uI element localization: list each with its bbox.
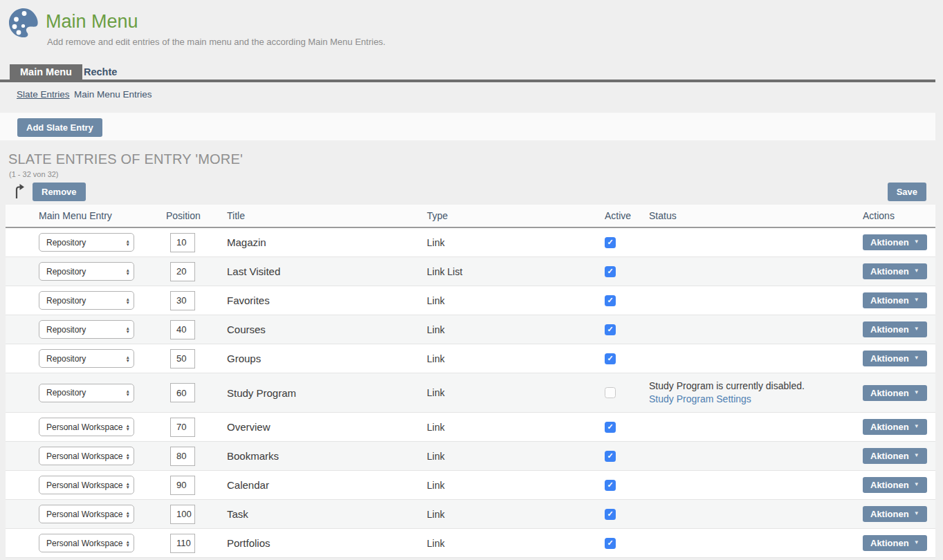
table-row: Personal Workspace▲▼PortfoliosLink✓Aktio… <box>6 529 935 558</box>
add-slate-entry-button[interactable]: Add Slate Entry <box>17 118 102 137</box>
position-input[interactable] <box>170 383 195 402</box>
row-title: Favorites <box>227 295 270 306</box>
active-checkbox[interactable] <box>605 387 616 398</box>
row-type: Link <box>427 509 445 520</box>
select-stepper-icon: ▲▼ <box>126 239 130 246</box>
result-count: (1 - 32 von 32) <box>9 170 59 178</box>
row-type: Link <box>427 387 445 398</box>
main-menu-entry-select[interactable]: Personal Workspace▲▼ <box>39 418 134 436</box>
row-type: Link <box>427 451 445 462</box>
select-stepper-icon: ▲▼ <box>126 355 130 362</box>
main-menu-entry-select[interactable]: Repository▲▼ <box>39 233 134 252</box>
position-input[interactable] <box>170 291 195 310</box>
table-header-row: Main Menu Entry Position Title Type Acti… <box>6 205 935 228</box>
section-title: SLATE ENTRIES OF ENTRY 'MORE' <box>8 151 243 167</box>
position-input[interactable] <box>170 505 195 524</box>
table-row: Repository▲▼Last VisitedLink List✓Aktion… <box>6 257 935 286</box>
active-checkbox[interactable]: ✓ <box>605 538 616 549</box>
select-value: Personal Workspace <box>46 422 123 432</box>
select-value: Repository <box>46 296 86 306</box>
remove-button[interactable]: Remove <box>33 183 86 201</box>
select-value: Personal Workspace <box>46 480 123 490</box>
main-menu-entry-select[interactable]: Personal Workspace▲▼ <box>39 534 134 552</box>
main-menu-entry-select[interactable]: Personal Workspace▲▼ <box>39 447 134 465</box>
status-text: Study Program is currently disabled. <box>649 380 859 393</box>
row-actions-button[interactable]: Aktionen▼ <box>863 351 927 366</box>
active-checkbox[interactable]: ✓ <box>605 480 616 491</box>
caret-down-icon: ▼ <box>914 452 919 458</box>
active-checkbox[interactable]: ✓ <box>605 451 616 462</box>
caret-down-icon: ▼ <box>914 326 919 332</box>
position-input[interactable] <box>170 476 195 495</box>
table-row: Repository▲▼CoursesLink✓Aktionen▼ <box>6 315 935 344</box>
row-actions-button[interactable]: Aktionen▼ <box>863 263 927 279</box>
subtab-main-menu-entries[interactable]: Main Menu Entries <box>74 89 152 100</box>
caret-down-icon: ▼ <box>914 355 919 361</box>
main-menu-entry-select[interactable]: Repository▲▼ <box>39 349 134 368</box>
active-checkbox[interactable]: ✓ <box>605 295 616 306</box>
active-checkbox[interactable]: ✓ <box>605 266 616 277</box>
header-main-menu-entry: Main Menu Entry <box>37 210 164 221</box>
row-title: Overview <box>227 421 271 433</box>
palette-icon <box>7 6 40 39</box>
tab-rechte[interactable]: Rechte <box>82 64 118 80</box>
row-actions-button[interactable]: Aktionen▼ <box>863 234 927 250</box>
table-row: Repository▲▼GroupsLink✓Aktionen▼ <box>6 344 935 373</box>
row-actions-button[interactable]: Aktionen▼ <box>863 535 927 551</box>
row-actions-button[interactable]: Aktionen▼ <box>863 419 927 435</box>
row-type: Link <box>427 295 445 306</box>
active-checkbox[interactable]: ✓ <box>605 353 616 364</box>
row-actions-button[interactable]: Aktionen▼ <box>863 385 927 401</box>
save-button[interactable]: Save <box>888 183 926 201</box>
select-value: Repository <box>46 354 86 364</box>
active-checkbox[interactable]: ✓ <box>605 324 616 335</box>
select-stepper-icon: ▲▼ <box>126 389 130 396</box>
main-menu-entry-select[interactable]: Repository▲▼ <box>39 384 134 402</box>
header-status: Status <box>647 209 861 223</box>
position-input[interactable] <box>170 447 195 466</box>
apply-to-selection-arrow-icon <box>15 183 25 199</box>
row-type: Link <box>427 353 445 364</box>
select-value: Repository <box>46 238 86 248</box>
header-title: Title <box>225 210 425 221</box>
select-stepper-icon: ▲▼ <box>126 511 130 518</box>
row-actions-button[interactable]: Aktionen▼ <box>863 448 927 464</box>
row-type: Link <box>427 480 445 491</box>
row-actions-button[interactable]: Aktionen▼ <box>863 477 927 493</box>
row-actions-button[interactable]: Aktionen▼ <box>863 292 927 308</box>
main-menu-entry-select[interactable]: Repository▲▼ <box>39 291 134 310</box>
tab-underline <box>0 80 935 82</box>
select-value: Repository <box>46 388 86 398</box>
select-stepper-icon: ▲▼ <box>126 482 130 489</box>
row-title: Portfolios <box>227 537 271 549</box>
header-active: Active <box>603 210 647 221</box>
position-input[interactable] <box>170 534 195 553</box>
row-actions-button[interactable]: Aktionen▼ <box>863 321 927 337</box>
slate-entries-table: Main Menu Entry Position Title Type Acti… <box>6 205 935 558</box>
row-actions-button[interactable]: Aktionen▼ <box>863 506 927 522</box>
header-type: Type <box>425 210 603 221</box>
position-input[interactable] <box>170 262 195 281</box>
row-title: Magazin <box>227 236 266 248</box>
tab-main-menu[interactable]: Main Menu <box>10 64 82 80</box>
active-checkbox[interactable]: ✓ <box>605 509 616 520</box>
select-value: Repository <box>46 325 86 335</box>
header-actions: Actions <box>861 210 935 221</box>
position-input[interactable] <box>170 418 195 437</box>
active-checkbox[interactable]: ✓ <box>605 422 616 433</box>
caret-down-icon: ▼ <box>914 297 919 303</box>
position-input[interactable] <box>170 349 195 368</box>
active-checkbox[interactable]: ✓ <box>605 237 616 248</box>
main-menu-entry-select[interactable]: Repository▲▼ <box>39 262 134 281</box>
main-menu-entry-select[interactable]: Personal Workspace▲▼ <box>39 476 134 494</box>
main-menu-entry-select[interactable]: Repository▲▼ <box>39 320 134 339</box>
select-value: Personal Workspace <box>46 451 123 461</box>
main-menu-entry-select[interactable]: Personal Workspace▲▼ <box>39 505 134 523</box>
position-input[interactable] <box>170 320 195 339</box>
position-input[interactable] <box>170 233 195 252</box>
table-row: Repository▲▼FavoritesLink✓Aktionen▼ <box>6 286 935 315</box>
caret-down-icon: ▼ <box>914 539 919 545</box>
subtab-slate-entries[interactable]: Slate Entries <box>17 89 70 100</box>
status-link[interactable]: Study Program Settings <box>649 393 751 406</box>
caret-down-icon: ▼ <box>914 510 919 516</box>
